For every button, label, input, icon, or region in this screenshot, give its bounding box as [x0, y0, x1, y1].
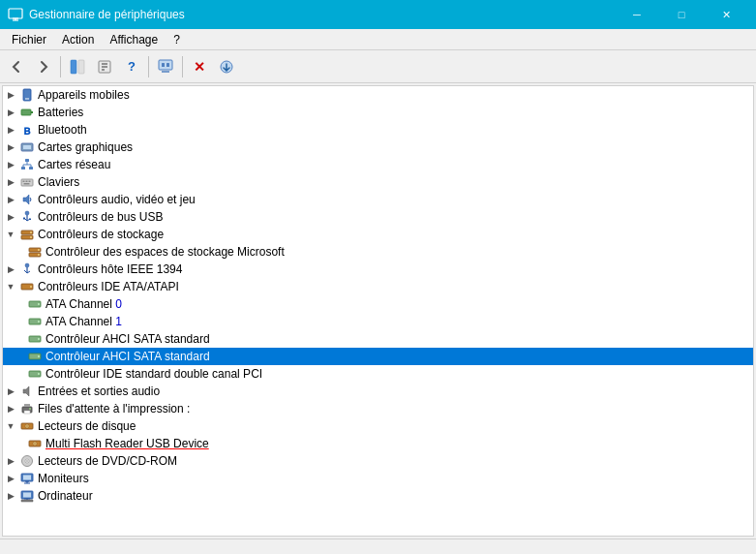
expand-icon: ▶	[3, 138, 18, 156]
svg-rect-32	[24, 183, 30, 185]
svg-rect-4	[71, 60, 76, 74]
item-label: ATA Channel 0	[45, 297, 122, 311]
menu-affichage[interactable]: Affichage	[102, 31, 166, 48]
list-item[interactable]: ▶ Batteries	[3, 104, 753, 121]
item-label: Multi Flash Reader USB Device	[45, 437, 209, 450]
expand-icon	[18, 295, 26, 313]
list-item[interactable]: ▼ Contrôleurs IDE ATA/ATAPI	[3, 278, 753, 295]
expand-icon: ▶	[3, 173, 18, 191]
svg-rect-67	[24, 411, 30, 414]
main-container: ▶ Appareils mobiles ▶ Batteries ▶ ʙ Blue…	[2, 85, 754, 537]
list-item[interactable]: ▶ ʙ Bluetooth	[3, 121, 753, 138]
network-icon	[18, 156, 36, 173]
audio2-icon	[18, 383, 36, 400]
item-label: Cartes réseau	[38, 158, 110, 171]
ieee-icon	[18, 261, 36, 278]
list-item[interactable]: ▶ Cartes réseau	[3, 156, 753, 173]
menu-action[interactable]: Action	[54, 31, 102, 48]
svg-rect-88	[21, 500, 33, 502]
list-item[interactable]: ▶ Claviers	[3, 173, 753, 191]
expand-icon	[18, 365, 26, 383]
list-item[interactable]: ATA Channel 1	[3, 313, 753, 330]
list-item[interactable]: ▼ Contrôleurs de stockage	[3, 226, 753, 243]
list-item[interactable]: ▶ Lecteurs de DVD/CD-ROM	[3, 452, 753, 470]
dvd-icon	[18, 452, 36, 470]
ahci-icon	[26, 330, 44, 348]
update-driver-button[interactable]	[214, 54, 239, 79]
list-item[interactable]: Contrôleur des espaces de stockage Micro…	[3, 243, 753, 261]
show-hide-button[interactable]	[65, 54, 90, 79]
list-item[interactable]: ▶ Contrôleurs de bus USB	[3, 208, 753, 226]
graphics-icon	[18, 138, 36, 156]
forward-button[interactable]	[31, 54, 56, 79]
list-item[interactable]: ▶ Entrées et sorties audio	[3, 383, 753, 400]
list-item[interactable]: Contrôleur AHCI SATA standard	[3, 348, 753, 365]
svg-rect-10	[159, 60, 172, 70]
menu-fichier[interactable]: Fichier	[4, 31, 54, 48]
maximize-button[interactable]: □	[659, 0, 704, 29]
svg-rect-18	[31, 111, 33, 113]
expand-icon	[18, 330, 26, 348]
svg-point-59	[38, 338, 40, 340]
mobile-icon	[18, 86, 36, 104]
item-label: Appareils mobiles	[38, 88, 130, 102]
close-button[interactable]: ✕	[704, 0, 748, 29]
svg-point-77	[26, 460, 28, 462]
item-label: Contrôleurs de bus USB	[38, 210, 163, 224]
list-item[interactable]: ▶ Files d'attente à l'impression :	[3, 400, 753, 417]
list-item[interactable]: Multi Flash Reader USB Device	[3, 435, 753, 452]
svg-marker-33	[23, 195, 29, 204]
item-label: Batteries	[38, 106, 83, 119]
expand-icon	[18, 243, 26, 261]
list-item[interactable]: ▶ Contrôleurs audio, vidéo et jeu	[3, 191, 753, 208]
list-item[interactable]: ▶ Moniteurs	[3, 470, 753, 487]
ide-icon	[18, 278, 36, 295]
item-label: Contrôleur des espaces de stockage Micro…	[45, 245, 285, 259]
svg-point-48	[25, 263, 29, 267]
svg-rect-28	[21, 179, 33, 186]
toolbar: ? ✕	[0, 50, 756, 83]
list-item[interactable]: Contrôleur IDE standard double canal PCI	[3, 365, 753, 383]
help-button[interactable]: ?	[119, 54, 144, 79]
menu-help[interactable]: ?	[166, 31, 188, 48]
svg-point-34	[25, 211, 29, 215]
list-item[interactable]: ▶ Cartes graphiques	[3, 138, 753, 156]
bluetooth-icon: ʙ	[18, 121, 36, 138]
svg-rect-5	[78, 60, 84, 74]
list-item[interactable]: ATA Channel 0	[3, 295, 753, 313]
expand-icon: ▶	[3, 383, 18, 400]
ahci-icon-selected	[26, 348, 44, 365]
list-item[interactable]: ▼ Lecteurs de disque	[3, 417, 753, 435]
list-item[interactable]: ▶ Ordinateur	[3, 487, 753, 505]
back-button[interactable]	[4, 54, 29, 79]
svg-point-53	[30, 286, 32, 288]
expand-icon: ▼	[3, 278, 18, 295]
remove-button[interactable]: ✕	[187, 54, 212, 79]
svg-point-46	[38, 249, 40, 251]
ata-icon	[26, 313, 44, 330]
item-label: ATA Channel 1	[45, 315, 122, 328]
svg-rect-23	[29, 167, 33, 169]
device-tree[interactable]: ▶ Appareils mobiles ▶ Batteries ▶ ʙ Blue…	[3, 86, 753, 536]
svg-rect-30	[26, 181, 28, 183]
svg-point-63	[38, 373, 40, 375]
list-item[interactable]: ▶ Contrôleurs hôte IEEE 1394	[3, 261, 753, 278]
svg-rect-0	[9, 9, 22, 18]
battery-icon	[18, 104, 36, 121]
list-item[interactable]: ▶ Appareils mobiles	[3, 86, 753, 104]
ata-icon	[26, 295, 44, 313]
list-item[interactable]: Contrôleur AHCI SATA standard	[3, 330, 753, 348]
scan-button[interactable]	[153, 54, 178, 79]
svg-rect-22	[21, 167, 25, 169]
item-label: Contrôleur IDE standard double canal PCI	[45, 367, 262, 381]
title-bar: Gestionnaire de périphériques ─ □ ✕	[0, 0, 756, 29]
item-label: Contrôleurs hôte IEEE 1394	[38, 262, 182, 276]
properties-button[interactable]	[92, 54, 117, 79]
disk-icon	[18, 417, 36, 435]
toolbar-sep-2	[148, 56, 149, 77]
svg-point-43	[30, 236, 32, 238]
minimize-button[interactable]: ─	[615, 0, 659, 29]
svg-point-71	[26, 425, 27, 426]
svg-rect-11	[162, 63, 165, 67]
usb-icon	[18, 208, 36, 226]
